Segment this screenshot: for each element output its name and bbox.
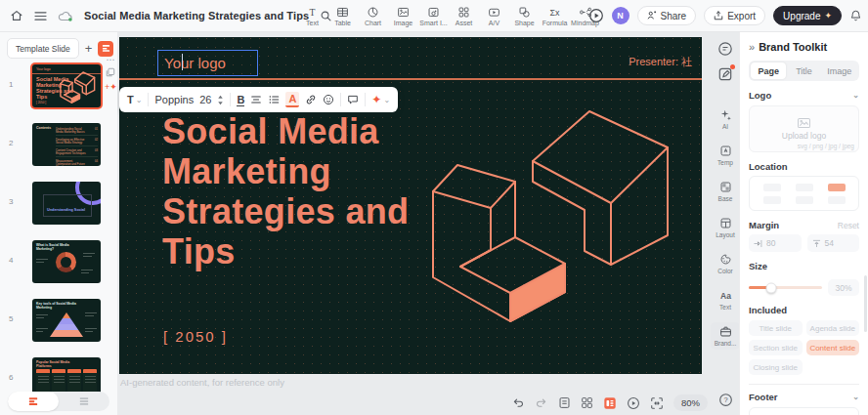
slide-thumbnail-1[interactable]: Your logo Social Media Marketing Strateg… — [32, 64, 101, 107]
document-title[interactable]: Social Media Marketing Strategies and Ti… — [84, 10, 309, 21]
reset-button[interactable]: Reset — [838, 221, 859, 230]
fit-screen-icon[interactable] — [650, 396, 664, 410]
divider — [749, 384, 859, 385]
location-bottom-left[interactable] — [763, 196, 781, 204]
tool-asset[interactable]: Asset — [451, 6, 477, 26]
menu-icon[interactable] — [34, 11, 47, 21]
tool-table[interactable]: Table — [329, 6, 356, 26]
text-style-dropdown[interactable]: T⌄ — [127, 94, 142, 105]
bold-icon[interactable]: B — [237, 94, 244, 106]
font-color-icon[interactable]: A — [285, 92, 299, 107]
duplicate-slide-icon[interactable] — [106, 67, 115, 77]
cloud-sync-icon — [58, 10, 73, 22]
cubes-graphic[interactable] — [420, 105, 702, 340]
panel-scrollbar[interactable] — [864, 275, 867, 332]
export-button[interactable]: Export — [704, 6, 765, 25]
slide-thumbnail-3[interactable]: Understanding Social Media Marketing Bas… — [32, 182, 101, 225]
location-bottom-center[interactable] — [796, 196, 813, 204]
ai-assist-icon[interactable]: ✦⌄ — [371, 93, 390, 106]
location-top-left[interactable] — [763, 184, 781, 191]
align-icon[interactable] — [250, 94, 262, 105]
font-size-stepper[interactable] — [217, 94, 224, 106]
notes-icon[interactable] — [558, 396, 571, 409]
slide-more-icon[interactable]: ⋯ — [106, 57, 115, 62]
tab-page[interactable]: Page — [751, 62, 786, 79]
tool-shape[interactable]: Shape — [511, 6, 538, 26]
svg-text:Aa: Aa — [720, 291, 731, 301]
tool-formula[interactable]: Σx Formula — [542, 6, 568, 26]
notifications-icon[interactable] — [849, 9, 862, 22]
chip-content-slide[interactable]: Content slide — [806, 340, 860, 355]
font-family-select[interactable]: Poppins — [154, 94, 194, 105]
rail-item-color[interactable]: Color — [714, 250, 737, 277]
slide-number: 3 — [9, 197, 13, 206]
slide-view-icon[interactable] — [603, 396, 617, 410]
redo-icon[interactable] — [535, 396, 548, 409]
tool-chart[interactable]: Chart — [360, 6, 386, 26]
grid-view-icon[interactable] — [581, 396, 593, 409]
link-icon[interactable] — [305, 94, 317, 105]
year-textbox[interactable]: [ 2050 ] — [163, 328, 228, 345]
upload-formats: svg / png / jpg / jpeg — [798, 143, 854, 149]
chevron-down-icon[interactable]: ⌄ — [852, 393, 859, 401]
chip-section-slide[interactable]: Section slide — [749, 340, 803, 355]
size-slider[interactable] — [749, 286, 822, 289]
rail-item-brand[interactable]: Brand... — [711, 322, 741, 350]
tool-av[interactable]: A/V — [481, 6, 507, 26]
annotation-icon[interactable] — [717, 66, 733, 82]
emoji-icon[interactable] — [323, 94, 334, 105]
chevron-down-icon[interactable]: ⌄ — [852, 91, 859, 100]
add-slide-button[interactable]: + — [85, 42, 93, 55]
presenter-textbox[interactable]: Presenter: 社 — [629, 55, 692, 69]
rail-item-layout[interactable]: Layout — [712, 214, 739, 241]
slide-list-panel: Template Slide + 1 Your logo Social Medi… — [0, 31, 117, 415]
tool-image[interactable]: Image — [390, 6, 416, 26]
slider-knob[interactable] — [765, 282, 776, 293]
slide-thumbnail-4[interactable]: What is Social Media Marketing? — [32, 240, 101, 283]
avatar[interactable]: N — [612, 7, 629, 24]
tool-smart-image[interactable]: Smart I... — [420, 6, 447, 26]
template-slide-dropdown[interactable]: Template Slide — [7, 38, 79, 59]
location-bottom-right[interactable] — [828, 196, 846, 204]
rail-item-base[interactable]: Base — [715, 178, 737, 205]
rail-item-template[interactable]: Temp — [714, 142, 737, 169]
home-icon[interactable] — [10, 9, 23, 22]
rail-item-ai[interactable]: AI — [716, 105, 736, 133]
upload-logo-dropzone[interactable]: Upload logo svg / png / jpg / jpeg — [749, 105, 859, 152]
slide-title-textbox[interactable]: Social Media Marketing Strategies and Ti… — [162, 111, 409, 271]
list-icon[interactable] — [268, 94, 280, 105]
undo-icon[interactable] — [511, 396, 525, 409]
rail-item-text[interactable]: Aa Text — [715, 286, 737, 313]
feedback-icon[interactable] — [717, 41, 733, 57]
tab-image[interactable]: Image — [822, 62, 857, 79]
share-button[interactable]: Share — [637, 6, 697, 25]
list-view-toggle[interactable] — [59, 392, 109, 411]
collapse-panel-icon[interactable]: » — [749, 41, 755, 53]
slide-thumbnail-5[interactable]: Key tools of Social Media Marketing — [32, 299, 101, 342]
margin-horizontal-input[interactable]: 80 — [749, 234, 802, 252]
logo-textbox[interactable]: Your logo — [157, 50, 258, 76]
zoom-level[interactable]: 80% — [673, 394, 708, 411]
location-top-right[interactable] — [828, 184, 846, 191]
tab-title[interactable]: Title — [786, 62, 821, 79]
divider — [148, 93, 149, 106]
chip-agenda-slide[interactable]: Agenda slide — [806, 320, 860, 336]
present-icon[interactable] — [588, 8, 604, 23]
v-margin-icon — [812, 239, 821, 248]
play-icon[interactable] — [627, 396, 640, 410]
location-section-label: Location — [749, 161, 788, 172]
slide-thumbnail-2[interactable]: Contents Understanding Social Media Mark… — [32, 123, 101, 166]
canvas-area: Your logo Presenter: 社 Social Media Mark… — [117, 31, 712, 415]
margin-vertical-input[interactable]: 54 — [807, 234, 860, 252]
comment-icon[interactable] — [347, 94, 359, 105]
chip-title-slide[interactable]: Title slide — [749, 320, 803, 336]
location-top-center[interactable] — [796, 184, 813, 191]
grid-view-toggle[interactable] — [8, 392, 59, 411]
divider — [230, 93, 231, 106]
chip-closing-slide[interactable]: Closing slide — [749, 359, 803, 375]
help-icon[interactable]: ? — [718, 393, 733, 407]
font-size-value[interactable]: 26 — [199, 94, 211, 105]
upgrade-button[interactable]: Upgrade ✦ — [773, 6, 842, 25]
tool-text[interactable]: T Text — [299, 6, 326, 26]
ai-generate-slide-icon[interactable]: +✦ — [105, 82, 117, 92]
